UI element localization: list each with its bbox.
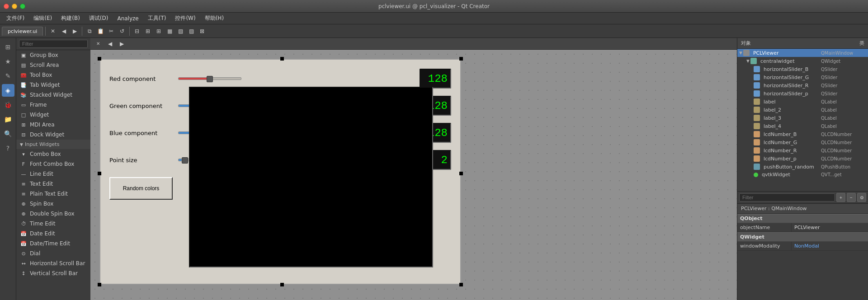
rail-icon-help[interactable]: ? bbox=[2, 142, 14, 155]
section-input-widgets[interactable]: ▼ Input Widgets bbox=[16, 140, 90, 149]
props-add-btn[interactable]: + bbox=[836, 193, 845, 202]
toolbar-layout2[interactable]: ▧ bbox=[175, 26, 185, 36]
menu-file[interactable]: 文件(F) bbox=[2, 14, 29, 23]
red-slider-track[interactable] bbox=[178, 77, 241, 80]
obj-row-slider-b[interactable]: horizontalSlider_B QSlider bbox=[737, 65, 868, 73]
toolbar-layout4[interactable]: ⊠ bbox=[197, 26, 207, 36]
obj-row-centralwidget[interactable]: ▼ centralwidget QWidget bbox=[737, 57, 868, 65]
properties-filter-input[interactable] bbox=[739, 193, 835, 202]
obj-row-label[interactable]: label QLabel bbox=[737, 98, 868, 106]
widget-item-lineedit[interactable]: — Line Edit bbox=[16, 169, 90, 179]
widget-item-dock[interactable]: ⊟ Dock Widget bbox=[16, 130, 90, 140]
widget-item-hscrollbar[interactable]: ↔ Horizontal Scroll Bar bbox=[16, 258, 90, 268]
toolbar-cut[interactable]: ✂ bbox=[106, 26, 116, 36]
widget-item-mdi[interactable]: ⊞ MDI Area bbox=[16, 120, 90, 130]
widget-list: ▣ Group Box ▤ Scroll Area 🧰 Tool Box 📑 T… bbox=[16, 38, 90, 300]
menu-build[interactable]: 构建(B) bbox=[57, 14, 85, 23]
toolbar-align-v[interactable]: ⊞ bbox=[143, 26, 153, 36]
obj-row-slider-r[interactable]: horizontalSlider_R QSlider bbox=[737, 81, 868, 89]
widget-item-stacked[interactable]: 📚 Stacked Widget bbox=[16, 90, 90, 100]
widget-item-plaintextedit[interactable]: ≡ Plain Text Edit bbox=[16, 189, 90, 199]
rail-icon-home[interactable]: ⊞ bbox=[2, 41, 14, 53]
widget-item-spinbox[interactable]: ⊕ Spin Box bbox=[16, 199, 90, 209]
tab-pclviewer[interactable]: pclviewer.ui bbox=[2, 27, 43, 36]
rail-icon-favorites[interactable]: ★ bbox=[2, 55, 14, 68]
label2-type: QLabel bbox=[821, 108, 866, 112]
filter-input[interactable] bbox=[19, 40, 88, 48]
canvas-content[interactable]: Red component 128 Green component bbox=[90, 50, 737, 300]
rail-icon-design[interactable]: ◈ bbox=[2, 84, 14, 97]
widget-item-timeedit[interactable]: ⏱ Time Edit bbox=[16, 219, 90, 229]
toolbar-align-h[interactable]: ⊟ bbox=[132, 26, 142, 36]
toolbar-refresh[interactable]: ↺ bbox=[117, 26, 127, 36]
widget-item-groupbox[interactable]: ▣ Group Box bbox=[16, 50, 90, 60]
canvas-close-btn[interactable]: ✕ bbox=[93, 39, 103, 49]
props-remove-btn[interactable]: − bbox=[847, 193, 856, 202]
obj-row-lcd-r[interactable]: lcdNumber_R QLCDNumber bbox=[737, 146, 868, 155]
toolbar-layout1[interactable]: ▦ bbox=[165, 26, 175, 36]
obj-row-label4[interactable]: label_4 QLabel bbox=[737, 122, 868, 130]
toolbar-copy[interactable]: ⧉ bbox=[85, 26, 94, 36]
widget-item-combobox[interactable]: ▾ Combo Box bbox=[16, 149, 90, 159]
widget-item-tabwidget[interactable]: 📑 Tab Widget bbox=[16, 80, 90, 90]
black-canvas bbox=[189, 87, 433, 267]
menu-controls[interactable]: 控件(W) bbox=[170, 14, 200, 23]
widget-item-frame[interactable]: ▭ Frame bbox=[16, 100, 90, 110]
props-settings-btn[interactable]: ⚙ bbox=[857, 193, 866, 202]
menu-tools[interactable]: 工具(T) bbox=[143, 14, 171, 23]
toolbar-layout3[interactable]: ▨ bbox=[186, 26, 196, 36]
red-slider-container[interactable] bbox=[178, 77, 414, 80]
menu-help[interactable]: 帮助(H) bbox=[200, 14, 228, 23]
toolbar-arrow-left[interactable]: ◀ bbox=[59, 26, 69, 36]
widget-item-dial[interactable]: ⊙ Dial bbox=[16, 248, 90, 258]
obj-row-pclviewer[interactable]: ▼ PCLViewer QMainWindow bbox=[737, 49, 868, 57]
close-button[interactable] bbox=[4, 4, 9, 9]
menu-debug[interactable]: 调试(D) bbox=[85, 14, 113, 23]
object-list: ▼ PCLViewer QMainWindow ▼ centralwidget … bbox=[737, 49, 868, 190]
canvas-btn2[interactable]: ▶ bbox=[117, 39, 127, 49]
toolbar-paste[interactable]: 📋 bbox=[95, 26, 105, 36]
widget-item-doublespinbox[interactable]: ⊕ Double Spin Box bbox=[16, 209, 90, 219]
prop-row-objectname: objectName PCLViewer bbox=[737, 223, 868, 232]
obj-row-qvtk[interactable]: qvtkWidget QVT...get bbox=[737, 171, 868, 178]
widget-item-dateedit[interactable]: 📅 Date Edit bbox=[16, 229, 90, 239]
obj-row-lcd-p[interactable]: lcdNumber_p QLCDNumber bbox=[737, 155, 868, 163]
widget-item-toolbox[interactable]: 🧰 Tool Box bbox=[16, 70, 90, 80]
rail-icon-edit[interactable]: ✎ bbox=[2, 70, 14, 82]
minimize-button[interactable] bbox=[12, 4, 17, 9]
sliderb-icon bbox=[754, 66, 760, 72]
stacked-icon: 📚 bbox=[20, 91, 27, 98]
rail-icon-search[interactable]: 🔍 bbox=[2, 127, 14, 140]
widget-item-vscrollbar[interactable]: ↕ Vertical Scroll Bar bbox=[16, 268, 90, 278]
obj-row-lcd-g[interactable]: lcdNumber_G QLCDNumber bbox=[737, 138, 868, 146]
canvas-btn1[interactable]: ◀ bbox=[105, 39, 115, 49]
obj-row-slider-g[interactable]: horizontalSlider_G QSlider bbox=[737, 73, 868, 81]
point-slider-thumb[interactable] bbox=[182, 157, 188, 164]
widget-item-widget[interactable]: □ Widget bbox=[16, 110, 90, 120]
widget-item-fontcombo[interactable]: F Font Combo Box bbox=[16, 159, 90, 169]
obj-row-label3[interactable]: label_3 QLabel bbox=[737, 114, 868, 122]
widget-item-textedit[interactable]: ≡ Text Edit bbox=[16, 179, 90, 189]
window-controls[interactable] bbox=[4, 4, 25, 9]
toolbar-close-btn[interactable]: ✕ bbox=[48, 26, 58, 36]
rail-icon-project[interactable]: 📁 bbox=[2, 113, 14, 126]
random-colors-button[interactable]: Random colors bbox=[109, 177, 173, 200]
toolbar-arrow-right[interactable]: ▶ bbox=[70, 26, 80, 36]
widget-item-datetimeedit[interactable]: 📅 Date/Time Edit bbox=[16, 239, 90, 248]
widget-icon: □ bbox=[20, 111, 27, 118]
obj-row-lcd-b[interactable]: lcdNumber_B QLCDNumber bbox=[737, 130, 868, 138]
frame-label: Frame bbox=[30, 102, 47, 108]
prop-windowmodality-value[interactable]: NonModal bbox=[792, 242, 868, 250]
menu-analyze[interactable]: Analyze bbox=[113, 14, 143, 23]
maximize-button[interactable] bbox=[20, 4, 25, 9]
toolbar-grid[interactable]: ⊞ bbox=[154, 26, 164, 36]
widget-item-scrollarea[interactable]: ▤ Scroll Area bbox=[16, 60, 90, 70]
pclviewer-icon bbox=[743, 50, 750, 56]
obj-row-label2[interactable]: label_2 QLabel bbox=[737, 106, 868, 114]
menubar: 文件(F) 编辑(E) 构建(B) 调试(D) Analyze 工具(T) 控件… bbox=[0, 13, 868, 24]
obj-row-slider-p[interactable]: horizontalSlider_p QSlider bbox=[737, 89, 868, 98]
red-slider-thumb[interactable] bbox=[207, 76, 213, 82]
rail-icon-debug[interactable]: 🐞 bbox=[2, 98, 14, 111]
menu-edit[interactable]: 编辑(E) bbox=[29, 14, 57, 23]
obj-row-pushbutton[interactable]: pushButton_random QPushButton bbox=[737, 163, 868, 171]
